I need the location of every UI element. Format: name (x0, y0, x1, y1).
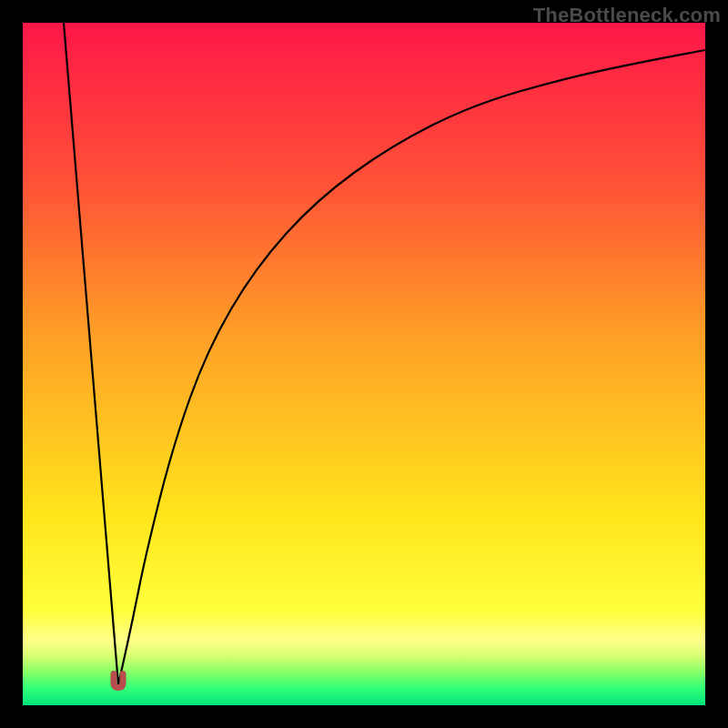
watermark-text: TheBottleneck.com (533, 4, 721, 27)
chart-plot (23, 23, 705, 705)
chart-frame: TheBottleneck.com (0, 0, 728, 728)
gradient-background (23, 23, 705, 705)
